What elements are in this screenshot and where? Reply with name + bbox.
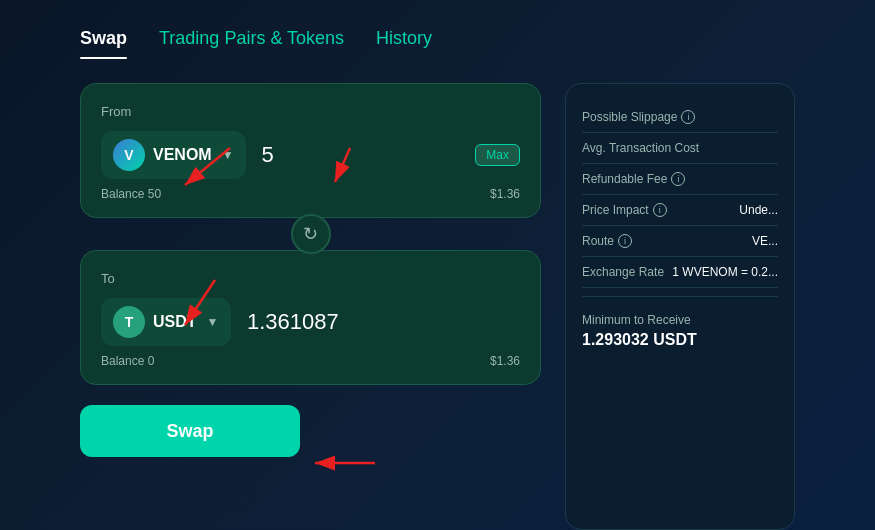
minimum-section: Minimum to Receive 1.293032 USDT <box>582 305 778 349</box>
price-impact-label: Price Impact i <box>582 203 667 217</box>
from-chevron-icon: ▼ <box>222 148 234 162</box>
tx-cost-label: Avg. Transaction Cost <box>582 141 699 155</box>
slippage-label: Possible Slippage i <box>582 110 695 124</box>
to-token-selector[interactable]: T USDT ▼ <box>101 298 231 346</box>
to-chevron-icon: ▼ <box>207 315 219 329</box>
from-token-row: V VENOM ▼ Max <box>101 131 520 179</box>
price-impact-value: Unde... <box>739 203 778 217</box>
minimum-label: Minimum to Receive <box>582 313 778 327</box>
info-row-slippage: Possible Slippage i <box>582 102 778 133</box>
route-info-icon[interactable]: i <box>618 234 632 248</box>
info-row-exchange-rate: Exchange Rate 1 WVENOM = 0.2... <box>582 257 778 288</box>
venom-icon: V <box>113 139 145 171</box>
tab-trading-pairs[interactable]: Trading Pairs & Tokens <box>159 28 344 59</box>
tabs-bar: Swap Trading Pairs & Tokens History <box>80 0 795 59</box>
usdt-icon: T <box>113 306 145 338</box>
from-balance: Balance 50 <box>101 187 161 201</box>
max-button[interactable]: Max <box>475 144 520 166</box>
refund-info-icon[interactable]: i <box>671 172 685 186</box>
divider-line <box>582 296 778 297</box>
price-impact-info-icon[interactable]: i <box>653 203 667 217</box>
to-amount-input[interactable] <box>247 309 520 335</box>
to-amount-section <box>247 309 520 335</box>
refund-label: Refundable Fee i <box>582 172 685 186</box>
rotate-button[interactable]: ↻ <box>291 214 331 254</box>
app-container: Swap Trading Pairs & Tokens History From… <box>0 0 875 530</box>
tab-swap[interactable]: Swap <box>80 28 127 59</box>
minimum-value: 1.293032 USDT <box>582 331 778 349</box>
to-balance-row: Balance 0 $1.36 <box>101 354 520 368</box>
info-row-route: Route i VE... <box>582 226 778 257</box>
from-card: From V VENOM ▼ Max Balance 50 <box>80 83 541 218</box>
to-balance: Balance 0 <box>101 354 154 368</box>
info-row-price-impact: Price Impact i Unde... <box>582 195 778 226</box>
swap-button[interactable]: Swap <box>80 405 300 457</box>
to-card: To T USDT ▼ Balance 0 $1.36 <box>80 250 541 385</box>
right-panel: Possible Slippage i Avg. Transaction Cos… <box>565 83 795 530</box>
main-content: From V VENOM ▼ Max Balance 50 <box>80 83 795 530</box>
to-label: To <box>101 271 520 286</box>
from-balance-row: Balance 50 $1.36 <box>101 187 520 201</box>
swap-btn-row: Swap <box>80 405 541 457</box>
route-label: Route i <box>582 234 632 248</box>
tab-history[interactable]: History <box>376 28 432 59</box>
slippage-info-icon[interactable]: i <box>681 110 695 124</box>
route-value: VE... <box>752 234 778 248</box>
exchange-rate-value: 1 WVENOM = 0.2... <box>672 265 778 279</box>
to-usd-value: $1.36 <box>490 354 520 368</box>
exchange-rate-label: Exchange Rate <box>582 265 664 279</box>
from-token-name: VENOM <box>153 146 212 164</box>
to-token-name: USDT <box>153 313 197 331</box>
info-row-refund: Refundable Fee i <box>582 164 778 195</box>
from-token-selector[interactable]: V VENOM ▼ <box>101 131 246 179</box>
from-usd-value: $1.36 <box>490 187 520 201</box>
swap-divider: ↻ <box>80 214 541 254</box>
from-amount-section: Max <box>262 142 520 168</box>
left-panel: From V VENOM ▼ Max Balance 50 <box>80 83 541 530</box>
info-row-tx-cost: Avg. Transaction Cost <box>582 133 778 164</box>
to-token-row: T USDT ▼ <box>101 298 520 346</box>
from-label: From <box>101 104 520 119</box>
